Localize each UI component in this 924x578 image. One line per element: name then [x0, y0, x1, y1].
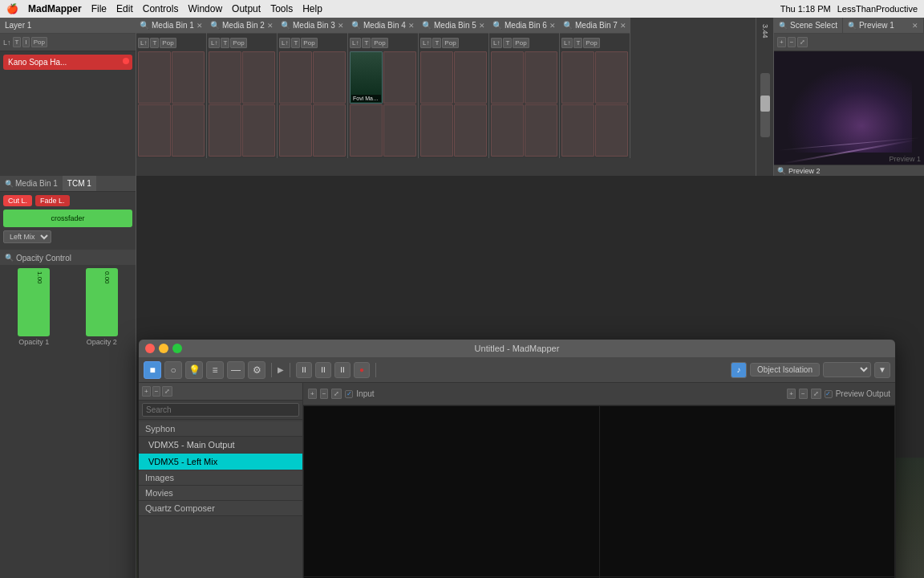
bin-5-cell-4[interactable] [454, 104, 487, 157]
bin4-t-btn[interactable]: T [362, 38, 371, 48]
layer-pop-btn[interactable]: Pop [31, 37, 47, 47]
bin2-l-btn[interactable]: L↑ [209, 38, 220, 48]
bin1-pop-btn[interactable]: Pop [160, 38, 176, 48]
bottom-tab-mediabin[interactable]: 🔍 Media Bin 1 [0, 176, 63, 191]
opacity-vert-slider-1[interactable]: 1.00 [18, 268, 50, 336]
bin-6-cell-4[interactable] [525, 104, 557, 157]
bin7-pop-btn[interactable]: Pop [583, 38, 599, 48]
menu-output[interactable]: Output [232, 3, 261, 14]
bin-4-cell-thumb[interactable]: Fovi Mavuvy Le [350, 51, 383, 104]
minimize-button[interactable] [159, 344, 168, 353]
bin-3-cell-1[interactable] [279, 51, 312, 104]
dropdown-select[interactable] [823, 362, 871, 377]
bin-7-cell-2[interactable] [595, 51, 628, 104]
bin6-pop-btn[interactable]: Pop [513, 38, 529, 48]
bin-4-close[interactable]: ✕ [408, 22, 415, 30]
pv-plus[interactable]: + [308, 389, 317, 399]
media-item-vdmx-main[interactable]: VDMX5 - Main Output [139, 437, 302, 454]
bin-6-cell-3[interactable] [491, 104, 524, 157]
bin3-l-btn[interactable]: L↑ [279, 38, 290, 48]
bin-4-header[interactable]: 🔍 Media Bin 4 ✕ [348, 18, 418, 34]
prev1-minus[interactable]: − [788, 37, 796, 47]
bin1-t-btn[interactable]: T [150, 38, 159, 48]
record-btn[interactable]: ● [354, 362, 370, 378]
media-plus-btn[interactable]: + [142, 386, 151, 397]
bin5-l-btn[interactable]: L↑ [420, 38, 432, 48]
bin7-l-btn[interactable]: L↑ [561, 38, 573, 48]
pause-btn-2[interactable]: ⏸ [315, 362, 331, 378]
media-expand-btn[interactable]: ⤢ [162, 386, 172, 397]
preview1-tab[interactable]: 🔍 Preview 1 ✕ [843, 18, 924, 33]
bin-7-close[interactable]: ✕ [620, 22, 626, 30]
bin-3-close[interactable]: ✕ [338, 22, 344, 30]
bin3-t-btn[interactable]: T [291, 38, 300, 48]
bin1-l-btn[interactable]: L↑ [138, 38, 149, 48]
toolbar-btn-list[interactable]: ≡ [206, 361, 224, 379]
pv-minus[interactable]: − [320, 389, 329, 399]
bin5-pop-btn[interactable]: Pop [442, 38, 458, 48]
bin-5-cell-2[interactable] [454, 51, 487, 104]
bin-2-cell-3[interactable] [209, 104, 241, 157]
bottom-tab-tcm[interactable]: TCM 1 [63, 176, 96, 191]
fade-left-button[interactable]: Fade L. [35, 195, 70, 206]
app-name[interactable]: MadMapper [28, 3, 82, 14]
layer-tab[interactable]: Layer 1 [0, 18, 136, 34]
bin-4-cell-4[interactable] [383, 104, 416, 157]
bin-1-cell-4[interactable] [172, 104, 205, 157]
menu-help[interactable]: Help [302, 3, 322, 14]
bin-7-cell-1[interactable] [561, 51, 594, 104]
toolbar-btn-light[interactable]: 💡 [185, 361, 203, 379]
media-minus-btn[interactable]: − [152, 386, 161, 397]
bin-3-cell-3[interactable] [279, 104, 312, 157]
layer-t-btn[interactable]: T [13, 37, 22, 47]
bin2-t-btn[interactable]: T [221, 38, 229, 48]
bin-3-cell-2[interactable] [313, 51, 346, 104]
bin-2-close[interactable]: ✕ [267, 22, 274, 30]
bin3-pop-btn[interactable]: Pop [301, 38, 317, 48]
bin-4-cell-2[interactable] [383, 51, 416, 104]
pv2-minus[interactable]: − [799, 389, 808, 399]
bin-2-cell-2[interactable] [242, 51, 275, 104]
bin-7-cell-3[interactable] [561, 104, 594, 157]
pause-btn-3[interactable]: ⏸ [334, 362, 351, 378]
prev1-expand[interactable]: ⤢ [797, 37, 808, 47]
pause-btn-1[interactable]: ⏸ [296, 362, 312, 378]
bin6-t-btn[interactable]: T [503, 38, 512, 48]
bin6-l-btn[interactable]: L↑ [491, 38, 502, 48]
bin-2-header[interactable]: 🔍 Media Bin 2 ✕ [207, 18, 277, 34]
left-mix-select[interactable]: Left Mix [3, 230, 51, 243]
input-checkbox[interactable] [345, 390, 353, 398]
pv2-plus[interactable]: + [787, 389, 796, 399]
bin-1-cell-1[interactable] [138, 51, 171, 104]
bin5-t-btn[interactable]: T [432, 38, 441, 48]
pv-expand[interactable]: ⤢ [331, 389, 342, 399]
toolbar-btn-circle[interactable]: ○ [164, 361, 182, 379]
bin-6-header[interactable]: 🔍 Media Bin 6 ✕ [489, 18, 559, 34]
bin-1-cell-2[interactable] [172, 51, 205, 104]
bin-3-cell-4[interactable] [313, 104, 346, 157]
bin-5-header[interactable]: 🔍 Media Bin 5 ✕ [419, 18, 488, 34]
bin-2-cell-4[interactable] [242, 104, 275, 157]
bin7-t-btn[interactable]: T [573, 38, 582, 48]
menu-window[interactable]: Window [188, 3, 222, 14]
bin-1-header[interactable]: 🔍 Media Bin 1 ✕ [136, 18, 206, 34]
menu-tools[interactable]: Tools [270, 3, 293, 14]
menu-controls[interactable]: Controls [143, 3, 179, 14]
close-button[interactable] [145, 344, 155, 353]
bin-7-header[interactable]: 🔍 Media Bin 7 ✕ [560, 18, 630, 34]
bin-1-cell-3[interactable] [138, 104, 171, 157]
bin-3-header[interactable]: 🔍 Media Bin 3 ✕ [278, 18, 347, 34]
maximize-button[interactable] [172, 344, 182, 353]
bin4-l-btn[interactable]: L↑ [350, 38, 361, 48]
bin-2-cell-1[interactable] [209, 51, 241, 104]
bin-5-close[interactable]: ✕ [479, 22, 485, 30]
toolbar-btn-quad[interactable]: ■ [144, 361, 161, 379]
bin-6-close[interactable]: ✕ [549, 22, 556, 30]
preview1-close[interactable]: ✕ [912, 22, 918, 30]
dropdown-arrow[interactable]: ▼ [874, 362, 890, 378]
apple-menu[interactable]: 🍎 [6, 3, 18, 14]
preview-output-checkbox[interactable] [825, 390, 833, 398]
prev1-plus[interactable]: + [777, 37, 786, 47]
toolbar-btn-dash[interactable]: — [227, 361, 245, 379]
bin-5-cell-3[interactable] [420, 104, 453, 157]
